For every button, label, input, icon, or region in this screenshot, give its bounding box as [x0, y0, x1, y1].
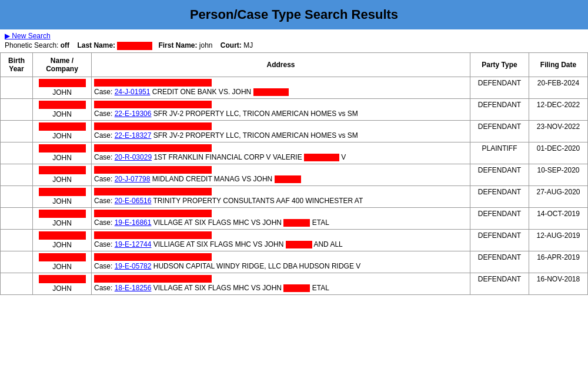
- first-name: JOHN: [52, 88, 72, 97]
- case-link[interactable]: 24-J-01951: [115, 88, 151, 96]
- name-cell: JOHN: [33, 207, 92, 229]
- case-link[interactable]: 22-E-19306: [115, 110, 152, 118]
- address-cell: Case: 20-J-07798 MIDLAND CREDIT MANAG VS…: [92, 164, 470, 185]
- name-redacted: [39, 231, 86, 240]
- party-type-cell: DEFENDANT: [470, 164, 529, 185]
- party-type-cell: DEFENDANT: [470, 273, 529, 294]
- birth-year-cell: [1, 207, 33, 229]
- name-redacted: [39, 253, 86, 261]
- case-link[interactable]: 19-E-16861: [115, 218, 152, 227]
- address-cell: Case: 24-J-01951 CREDIT ONE BANK VS. JOH…: [92, 77, 470, 98]
- party-type-cell: PLAINTIFF: [470, 142, 529, 164]
- birth-year-cell: [1, 251, 33, 273]
- address-redacted: [94, 144, 212, 152]
- name-cell: JOHN: [33, 229, 92, 251]
- birth-year-cell: [1, 98, 33, 120]
- address-redacted: [94, 188, 212, 195]
- party-type-cell: DEFENDANT: [470, 251, 529, 273]
- birth-year-cell: [1, 77, 33, 98]
- name-redacted: [39, 79, 86, 87]
- name-cell: JOHN: [33, 251, 92, 273]
- name-cell: JOHN: [33, 98, 92, 120]
- inline-redact: [304, 154, 339, 161]
- first-name: JOHN: [52, 175, 72, 184]
- case-link[interactable]: 20-J-07798: [115, 175, 151, 183]
- table-row: JOHN Case: 19-E-16861 VILLAGE AT SIX FLA…: [1, 207, 588, 229]
- birth-year-cell: [1, 142, 33, 164]
- table-row: JOHN Case: 18-E-18256 VILLAGE AT SIX FLA…: [1, 273, 588, 294]
- address-redacted: [94, 79, 212, 87]
- first-name-label: First Name:: [158, 41, 197, 49]
- filing-date-cell: 16-APR-2019: [529, 251, 588, 273]
- name-redacted: [39, 101, 86, 109]
- case-link[interactable]: 19-E-12744: [115, 240, 152, 248]
- phonetic-value: off: [61, 41, 69, 49]
- table-row: JOHN Case: 19-E-05782 HUDSON CAPITAL WIN…: [1, 251, 588, 273]
- address-redacted: [94, 210, 212, 217]
- court-value: MJ: [243, 41, 253, 49]
- filing-date-cell: 20-FEB-2024: [529, 77, 588, 98]
- address-redacted: [94, 275, 212, 283]
- inline-redact: [275, 175, 301, 183]
- party-type-cell: DEFENDANT: [470, 120, 529, 142]
- first-name-value: john: [199, 41, 213, 49]
- birth-year-cell: [1, 185, 33, 207]
- address-redacted: [94, 231, 212, 239]
- filing-date-cell: 12-AUG-2019: [529, 229, 588, 251]
- filing-date-cell: 23-NOV-2022: [529, 120, 588, 142]
- birth-year-cell: [1, 164, 33, 185]
- address-redacted: [94, 166, 212, 174]
- name-redacted: [39, 122, 86, 131]
- col-header-filing-date: Filing Date: [529, 52, 588, 77]
- table-row: JOHN Case: 20-E-06516 TRINITY PROPERTY C…: [1, 185, 588, 207]
- address-cell: Case: 19-E-05782 HUDSON CAPITAL WINDY RI…: [92, 251, 470, 273]
- col-header-party-type: Party Type: [470, 52, 529, 77]
- last-name-redacted: [117, 42, 152, 50]
- table-row: JOHN Case: 24-J-01951 CREDIT ONE BANK VS…: [1, 77, 588, 98]
- address-cell: Case: 20-E-06516 TRINITY PROPERTY CONSUL…: [92, 185, 470, 207]
- party-type-cell: DEFENDANT: [470, 185, 529, 207]
- case-link[interactable]: 22-E-18327: [115, 131, 152, 140]
- filing-date-cell: 14-OCT-2019: [529, 207, 588, 229]
- name-cell: JOHN: [33, 164, 92, 185]
- court-label: Court:: [220, 41, 242, 49]
- col-header-birth-year: Birth Year: [1, 52, 33, 77]
- inline-redact: [253, 88, 289, 96]
- case-link[interactable]: 18-E-18256: [115, 284, 152, 292]
- new-search-link[interactable]: ▶ New Search: [5, 32, 583, 40]
- table-row: JOHN Case: 22-E-18327 SFR JV-2 PROPERTY …: [1, 120, 588, 142]
- name-cell: JOHN: [33, 185, 92, 207]
- table-row: JOHN Case: 19-E-12744 VILLIAGE AT SIX FL…: [1, 229, 588, 251]
- name-cell: JOHN: [33, 120, 92, 142]
- last-name-label: Last Name:: [77, 41, 115, 49]
- col-header-address: Address: [92, 52, 470, 77]
- first-name: JOHN: [52, 197, 72, 205]
- inline-redact: [283, 284, 310, 292]
- name-redacted: [39, 210, 86, 218]
- first-name: JOHN: [52, 241, 72, 249]
- name-cell: JOHN: [33, 77, 92, 98]
- address-cell: Case: 19-E-12744 VILLIAGE AT SIX FLAGS M…: [92, 229, 470, 251]
- first-name: JOHN: [52, 132, 72, 140]
- col-header-name-company: Name / Company: [33, 52, 92, 77]
- case-link[interactable]: 19-E-05782: [115, 262, 152, 270]
- party-type-cell: DEFENDANT: [470, 77, 529, 98]
- filing-date-cell: 01-DEC-2020: [529, 142, 588, 164]
- name-redacted: [39, 188, 86, 196]
- address-cell: Case: 22-E-19306 SFR JV-2 PROPERTY LLC, …: [92, 98, 470, 120]
- phonetic-label: Phonetic Search:: [5, 41, 58, 49]
- filing-date-cell: 27-AUG-2020: [529, 185, 588, 207]
- inline-redact: [286, 241, 312, 248]
- case-link[interactable]: 20-R-03029: [115, 153, 152, 161]
- table-row: JOHN Case: 20-J-07798 MIDLAND CREDIT MAN…: [1, 164, 588, 185]
- filing-date-cell: 12-DEC-2022: [529, 98, 588, 120]
- filing-date-cell: 16-NOV-2018: [529, 273, 588, 294]
- name-cell: JOHN: [33, 273, 92, 294]
- first-name: JOHN: [52, 263, 72, 271]
- name-redacted: [39, 166, 86, 174]
- filing-date-cell: 10-SEP-2020: [529, 164, 588, 185]
- case-link[interactable]: 20-E-06516: [115, 197, 152, 205]
- name-cell: JOHN: [33, 142, 92, 164]
- birth-year-cell: [1, 120, 33, 142]
- name-redacted: [39, 275, 86, 283]
